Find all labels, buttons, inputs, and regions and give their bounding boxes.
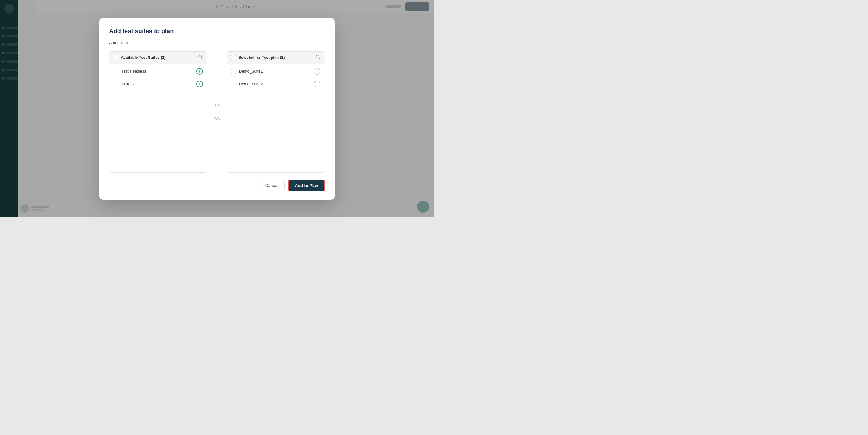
selected-item-1[interactable]: Demo_Suite2 − (227, 78, 324, 90)
transfer-right-button[interactable]: >> (212, 100, 222, 110)
available-item-0[interactable]: Test Headless + (110, 65, 207, 78)
available-item-0-checkbox[interactable] (114, 69, 119, 74)
cancel-button[interactable]: Cancel (259, 180, 285, 191)
available-item-1-label: Suites2 (121, 81, 134, 86)
selected-item-0-checkbox[interactable] (231, 69, 236, 74)
selected-item-0-left: Demo_Suite1 (231, 69, 263, 74)
available-item-1-checkbox[interactable] (114, 81, 119, 87)
selected-panel-title: Selected for Test plan (2) (239, 55, 285, 60)
transfer-area: Available Test Suites (2) Test Headless (109, 51, 325, 173)
available-panel: Available Test Suites (2) Test Headless (109, 51, 207, 173)
selected-select-all-checkbox[interactable] (231, 55, 236, 60)
selected-item-0[interactable]: Demo_Suite1 − (227, 65, 324, 78)
selected-panel-body: Demo_Suite1 − Demo_Suite2 − (227, 64, 324, 172)
modal-overlay: Add test suites to plan Add Filters Avai… (0, 0, 434, 218)
modal-footer: Cancel Add to Plan (109, 179, 325, 191)
selected-item-0-remove-icon[interactable]: − (314, 68, 320, 75)
selected-item-1-label: Demo_Suite2 (239, 81, 263, 86)
available-item-1-add-icon[interactable]: + (196, 81, 203, 87)
svg-line-1 (201, 58, 203, 59)
add-to-plan-button[interactable]: Add to Plan (288, 180, 325, 191)
selected-item-1-checkbox[interactable] (231, 81, 236, 87)
selected-search-icon[interactable] (315, 55, 320, 61)
available-panel-title: Available Test Suites (2) (121, 55, 165, 60)
selected-panel-header: Selected for Test plan (2) (227, 52, 324, 64)
selected-item-1-left: Demo_Suite2 (231, 81, 263, 87)
selected-panel-header-left: Selected for Test plan (2) (231, 55, 285, 60)
modal: Add test suites to plan Add Filters Avai… (99, 18, 335, 200)
available-panel-body: Test Headless + Suites2 + (110, 64, 207, 172)
selected-panel: Selected for Test plan (2) Demo_Suite1 (227, 51, 325, 173)
add-filters-button[interactable]: Add Filters (109, 41, 325, 45)
available-select-all-checkbox[interactable] (114, 55, 119, 60)
available-item-0-add-icon[interactable]: + (196, 68, 203, 75)
svg-line-3 (319, 58, 320, 59)
available-item-0-label: Test Headless (121, 69, 146, 73)
modal-title: Add test suites to plan (109, 28, 325, 35)
transfer-controls: >> << (207, 51, 227, 173)
available-item-0-left: Test Headless (114, 69, 146, 74)
available-search-icon[interactable] (198, 55, 203, 61)
available-panel-header: Available Test Suites (2) (110, 52, 207, 64)
selected-item-0-label: Demo_Suite1 (239, 69, 263, 73)
selected-item-1-remove-icon[interactable]: − (314, 81, 320, 87)
available-item-1-left: Suites2 (114, 81, 134, 87)
transfer-left-button[interactable]: << (212, 113, 222, 123)
available-panel-header-left: Available Test Suites (2) (114, 55, 165, 60)
available-item-1[interactable]: Suites2 + (110, 78, 207, 90)
